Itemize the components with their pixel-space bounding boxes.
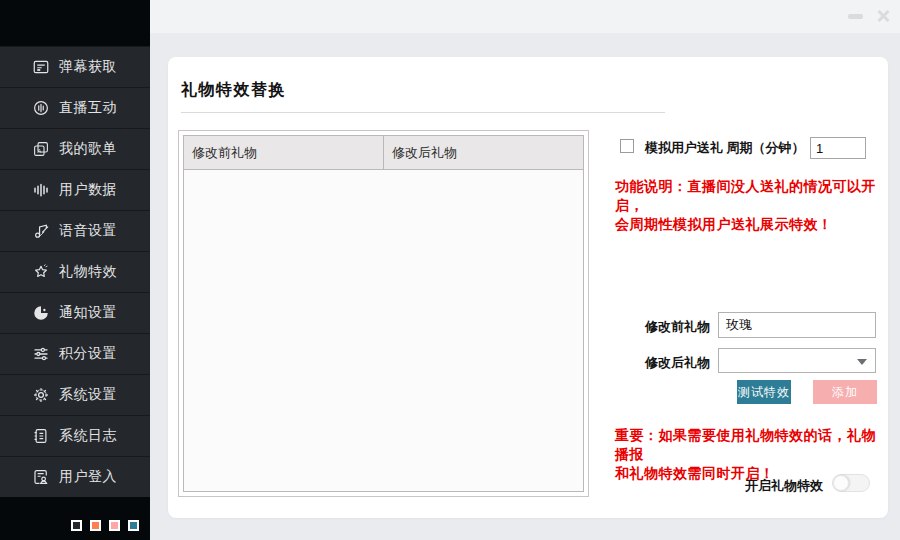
- sidebar-item-playlist[interactable]: A 我的歌单: [0, 128, 150, 169]
- enable-gift-effect-toggle[interactable]: [832, 474, 870, 492]
- sidebar-item-user-data[interactable]: 用户数据: [0, 169, 150, 210]
- sidebar-item-points-settings[interactable]: 积分设置: [0, 333, 150, 374]
- danmu-icon: [32, 58, 50, 76]
- app-window: 弹幕获取 直播互动 A 我的歌单 用户数据 语音设置: [0, 0, 900, 540]
- svg-text:A: A: [37, 148, 41, 154]
- column-header-after: 修改后礼物: [383, 136, 583, 169]
- system-settings-icon: [32, 386, 50, 404]
- sidebar-item-system-log[interactable]: 系统日志: [0, 415, 150, 456]
- sidebar-item-label: 语音设置: [59, 222, 117, 240]
- sidebar-item-label: 用户数据: [59, 181, 117, 199]
- feature-note: 功能说明：直播间没人送礼的情况可以开启， 会周期性模拟用户送礼展示特效！: [615, 177, 885, 234]
- sidebar-item-notify-settings[interactable]: 通知设置: [0, 292, 150, 333]
- sidebar-item-label: 通知设置: [59, 304, 117, 322]
- chevron-down-icon: [857, 359, 867, 365]
- sidebar: 弹幕获取 直播互动 A 我的歌单 用户数据 语音设置: [0, 0, 150, 540]
- sidebar-item-system-settings[interactable]: 系统设置: [0, 374, 150, 415]
- sidebar-item-label: 系统日志: [59, 427, 117, 445]
- playlist-icon: A: [32, 140, 50, 158]
- test-effect-button[interactable]: 测试特效: [737, 380, 791, 404]
- sidebar-item-label: 直播互动: [59, 99, 117, 117]
- sidebar-header: [0, 0, 150, 46]
- user-login-icon: [32, 468, 50, 486]
- gift-effect-icon: [32, 263, 50, 281]
- theme-swatch-teal[interactable]: [128, 520, 139, 531]
- period-minutes-input[interactable]: [810, 137, 866, 159]
- gift-table-header: 修改前礼物 修改后礼物: [184, 136, 583, 170]
- theme-swatch-dark[interactable]: [71, 520, 82, 531]
- sidebar-item-label: 用户登入: [59, 468, 117, 486]
- main-area: 礼物特效替换 修改前礼物 修改后礼物 模拟用户送礼 周期（分钟）: [150, 0, 900, 540]
- after-gift-label: 修改后礼物: [645, 354, 710, 372]
- sidebar-item-live-interact[interactable]: 直播互动: [0, 87, 150, 128]
- sidebar-item-danmu[interactable]: 弹幕获取: [0, 46, 150, 87]
- sidebar-item-user-login[interactable]: 用户登入: [0, 456, 150, 497]
- titlebar: [150, 0, 900, 33]
- after-gift-select[interactable]: [718, 348, 876, 373]
- before-gift-label: 修改前礼物: [645, 318, 710, 336]
- notify-settings-icon: [32, 304, 50, 322]
- simulate-send-checkbox[interactable]: [620, 139, 634, 153]
- minimize-icon[interactable]: [848, 14, 863, 19]
- live-interact-icon: [32, 99, 50, 117]
- points-settings-icon: [32, 345, 50, 363]
- sidebar-item-label: 礼物特效: [59, 263, 117, 281]
- system-log-icon: [32, 427, 50, 445]
- voice-settings-icon: [32, 222, 50, 240]
- page-title: 礼物特效替换: [181, 80, 286, 101]
- theme-swatch-orange[interactable]: [90, 520, 101, 531]
- sidebar-item-voice-settings[interactable]: 语音设置: [0, 210, 150, 251]
- close-icon[interactable]: [875, 8, 891, 24]
- gift-table: 修改前礼物 修改后礼物: [183, 135, 584, 492]
- simulate-send-label: 模拟用户送礼 周期（分钟）: [645, 139, 805, 157]
- enable-gift-effect-label: 开启礼物特效: [745, 477, 823, 495]
- sidebar-item-label: 我的歌单: [59, 140, 117, 158]
- theme-swatch-pink[interactable]: [109, 520, 120, 531]
- title-divider: [181, 112, 665, 113]
- theme-palette: [0, 497, 150, 540]
- toggle-knob: [833, 475, 849, 491]
- user-data-icon: [32, 181, 50, 199]
- sidebar-item-label: 积分设置: [59, 345, 117, 363]
- sidebar-item-label: 系统设置: [59, 386, 117, 404]
- gift-mapping-table: 修改前礼物 修改后礼物: [178, 130, 589, 497]
- column-header-before: 修改前礼物: [184, 136, 383, 169]
- gift-effect-card: 礼物特效替换 修改前礼物 修改后礼物 模拟用户送礼 周期（分钟）: [168, 57, 888, 518]
- sidebar-item-label: 弹幕获取: [59, 58, 117, 76]
- before-gift-input[interactable]: [718, 312, 876, 338]
- content-area: 礼物特效替换 修改前礼物 修改后礼物 模拟用户送礼 周期（分钟）: [150, 33, 900, 540]
- sidebar-item-gift-effect[interactable]: 礼物特效: [0, 251, 150, 292]
- gift-table-body[interactable]: [184, 170, 583, 491]
- add-button[interactable]: 添加: [813, 380, 877, 404]
